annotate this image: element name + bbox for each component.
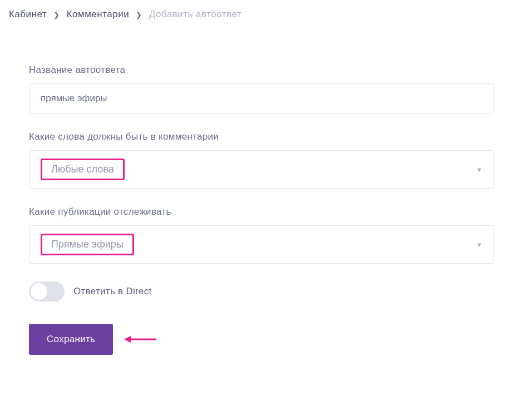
name-label: Название автоответа bbox=[29, 65, 494, 76]
publications-selected-value: Прямые эфиры bbox=[48, 238, 127, 251]
breadcrumb-link-cabinet[interactable]: Кабинет bbox=[9, 9, 47, 20]
arrow-left-icon bbox=[124, 334, 157, 345]
svg-marker-1 bbox=[124, 336, 131, 343]
chevron-right-icon: ❯ bbox=[53, 11, 60, 19]
save-button[interactable]: Сохранить bbox=[29, 324, 113, 355]
breadcrumb-current: Добавить автоответ bbox=[149, 9, 241, 20]
chevron-down-icon: ▼ bbox=[476, 241, 482, 248]
form-group-words: Какие слова должны быть в комментарии Лю… bbox=[29, 131, 494, 189]
direct-toggle-row: Ответить в Direct bbox=[29, 281, 494, 302]
publications-label: Какие публикации отслеживать bbox=[29, 206, 494, 218]
name-input[interactable] bbox=[29, 83, 494, 113]
highlight-annotation: Прямые эфиры bbox=[41, 234, 134, 255]
words-selected-value: Любые слова bbox=[48, 162, 117, 176]
chevron-right-icon: ❯ bbox=[136, 11, 142, 19]
highlight-annotation: Любые слова bbox=[41, 159, 125, 180]
save-row: Сохранить bbox=[29, 324, 494, 355]
form-group-publications: Какие публикации отслеживать Прямые эфир… bbox=[29, 206, 494, 264]
form-group-name: Название автоответа bbox=[29, 65, 494, 113]
direct-toggle[interactable] bbox=[29, 281, 65, 302]
breadcrumb-link-comments[interactable]: Комментарии bbox=[67, 9, 130, 20]
breadcrumb: Кабинет ❯ Комментарии ❯ Добавить автоотв… bbox=[0, 0, 523, 27]
chevron-down-icon: ▼ bbox=[476, 166, 482, 173]
toggle-knob bbox=[31, 283, 47, 300]
form-panel: Название автоответа Какие слова должны б… bbox=[4, 38, 519, 382]
words-label: Какие слова должны быть в комментарии bbox=[29, 131, 494, 142]
direct-toggle-label: Ответить в Direct bbox=[73, 286, 152, 297]
publications-select[interactable]: Прямые эфиры ▼ bbox=[29, 225, 494, 264]
words-select[interactable]: Любые слова ▼ bbox=[29, 150, 494, 189]
